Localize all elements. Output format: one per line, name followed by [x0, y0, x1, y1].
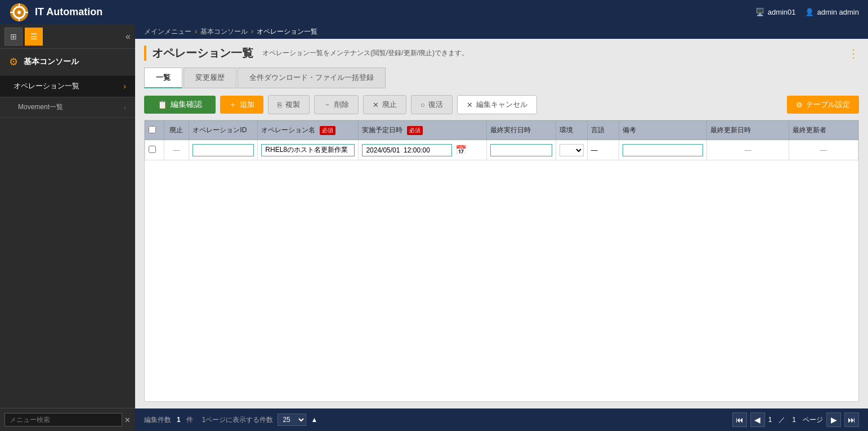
tab-history[interactable]: 変更履歴	[184, 68, 236, 88]
col-header-updated-date: 最終更新日時	[707, 121, 789, 140]
page-title-area: オペレーション一覧 オペレーション一覧をメンテナンス(閲覧/登録/更新/廃止)で…	[144, 46, 468, 61]
page-description: オペレーション一覧をメンテナンス(閲覧/登録/更新/廃止)できます。	[262, 48, 468, 58]
edit-confirm-icon: 📋	[158, 100, 167, 109]
sidebar-grid-view-button[interactable]: ⊞	[5, 28, 23, 46]
edit-count-value: 1	[177, 416, 181, 424]
breadcrumb-section: 基本コンソール	[200, 27, 248, 37]
page-header: オペレーション一覧 オペレーション一覧をメンテナンス(閲覧/登録/更新/廃止)で…	[144, 46, 859, 61]
row-updated-by-cell: —	[789, 140, 858, 160]
restore-button[interactable]: ○ 復活	[411, 95, 453, 114]
calendar-icon-button[interactable]: 📅	[453, 143, 469, 156]
sidebar-view-toggle: ⊞ ☰	[5, 28, 43, 46]
row-env-select[interactable]	[560, 144, 584, 156]
main-content: メインメニュー › 基本コンソール › オペレーション一覧 オペレーション一覧 …	[135, 24, 868, 431]
sidebar-collapse-icon[interactable]: «	[126, 32, 131, 42]
first-page-button[interactable]: ⏮	[732, 412, 747, 427]
cancel-button[interactable]: ✕ 編集キャンセル	[457, 95, 537, 114]
header-admin-user: 👤 admin admin	[805, 8, 859, 16]
col-header-name: オペレーション名 必須	[258, 121, 359, 140]
add-icon: ＋	[229, 100, 236, 110]
cancel-icon: ✕	[467, 101, 473, 109]
more-options-icon[interactable]: ⋮	[848, 47, 859, 60]
sidebar-item-operations-arrow: ›	[123, 82, 126, 91]
breadcrumb: メインメニュー › 基本コンソール › オペレーション一覧	[135, 24, 868, 39]
screen-username: admin01	[768, 8, 796, 16]
per-page-select[interactable]: 25 50 100	[278, 414, 306, 426]
breadcrumb-menu: メインメニュー	[144, 27, 191, 37]
row-date-input[interactable]	[362, 144, 452, 156]
row-lang-cell: —	[587, 140, 619, 160]
row-checkbox[interactable]	[149, 146, 156, 153]
content-area: オペレーション一覧 オペレーション一覧をメンテナンス(閲覧/登録/更新/廃止)で…	[135, 39, 868, 408]
row-lang-dash: —	[591, 146, 598, 154]
select-all-checkbox[interactable]	[149, 126, 156, 133]
sidebar-search-input[interactable]	[5, 413, 122, 426]
date-required-badge: 必須	[407, 126, 423, 135]
row-env-cell	[556, 140, 587, 160]
sidebar-item-movements[interactable]: Movement一覧 ›	[0, 97, 135, 118]
tab-list[interactable]: 一覧	[144, 68, 182, 88]
sidebar-item-movements-arrow: ›	[124, 104, 126, 111]
tab-download[interactable]: 全件ダウンロード・ファイル一括登録	[238, 68, 386, 88]
add-button[interactable]: ＋ 追加	[220, 96, 263, 114]
app-title: IT Automation	[35, 6, 102, 18]
col-header-checkbox	[145, 121, 164, 140]
sidebar-search-clear-icon[interactable]: ✕	[124, 416, 131, 424]
per-page-label: 1ページに表示する件数	[202, 415, 274, 425]
footer-per-page: 1ページに表示する件数 25 50 100 ▲	[202, 414, 318, 426]
sidebar-item-operations-label: オペレーション一覧	[14, 81, 79, 91]
sidebar-item-movements-label: Movement一覧	[18, 102, 63, 112]
gear-icon: ⚙	[9, 56, 18, 68]
app-header: IT Automation 🖥️ admin01 👤 admin admin	[0, 0, 868, 24]
delete-icon: －	[324, 100, 331, 110]
last-page-button[interactable]: ⏭	[844, 412, 859, 427]
table-settings-button[interactable]: ⚙ テーブル設定	[787, 96, 859, 114]
sidebar-search-area: ✕	[0, 408, 135, 431]
disable-button[interactable]: ✕ 廃止	[363, 95, 406, 114]
row-updated-date-cell: —	[707, 140, 789, 160]
row-date-cell: 📅	[359, 140, 486, 160]
app-logo-icon	[9, 2, 29, 23]
copy-icon: ⎘	[278, 101, 282, 109]
header-screen-user: 🖥️ admin01	[755, 8, 796, 16]
row-name-input[interactable]	[261, 144, 355, 156]
date-cell-inner: 📅	[362, 143, 482, 156]
name-required-badge: 必須	[320, 126, 335, 135]
copy-button[interactable]: ⎘ 複製	[268, 95, 310, 114]
edit-count-unit: 件	[186, 415, 193, 425]
page-info: 1 ／ 1 ページ	[768, 415, 823, 425]
edit-confirm-button[interactable]: 📋 編集確認	[144, 96, 216, 114]
footer: 編集件数 1 件 1ページに表示する件数 25 50 100 ▲ ⏮ ◀ 1 ／…	[135, 408, 868, 431]
next-page-button[interactable]: ▶	[826, 412, 841, 427]
col-header-env: 環境	[556, 121, 587, 140]
main-layout: ⊞ ☰ « ⚙ 基本コンソール オペレーション一覧 › Movement一覧 ›…	[0, 24, 868, 431]
col-header-id: オペレーションID	[189, 121, 258, 140]
col-header-updated-by: 最終更新者	[789, 121, 858, 140]
row-id-input[interactable]	[193, 144, 254, 156]
user-icon: 👤	[805, 8, 814, 16]
data-table-container: 廃止 オペレーションID オペレーション名 必須 実施予定日時	[144, 120, 859, 402]
disable-icon: ✕	[373, 101, 379, 109]
row-checkbox-cell	[145, 140, 164, 160]
col-header-last-exec: 最終実行日時	[486, 121, 556, 140]
delete-button[interactable]: － 削除	[314, 95, 359, 114]
sidebar: ⊞ ☰ « ⚙ 基本コンソール オペレーション一覧 › Movement一覧 ›…	[0, 24, 135, 431]
col-header-lang: 言語	[587, 121, 619, 140]
col-header-date: 実施予定日時 必須	[359, 121, 486, 140]
header-left: IT Automation	[9, 2, 102, 23]
sidebar-section-label: 基本コンソール	[24, 57, 79, 67]
sidebar-top: ⊞ ☰ «	[0, 24, 135, 49]
tab-bar: 一覧 変更履歴 全件ダウンロード・ファイル一括登録	[144, 68, 859, 88]
prev-page-button[interactable]: ◀	[750, 412, 765, 427]
row-last-exec-cell	[486, 140, 556, 160]
sidebar-list-view-button[interactable]: ☰	[25, 28, 43, 46]
settings-icon: ⚙	[796, 101, 803, 109]
row-note-input[interactable]	[623, 144, 704, 156]
col-header-disable: 廃止	[164, 121, 189, 140]
row-last-exec-input[interactable]	[490, 144, 552, 156]
table-header-row: 廃止 オペレーションID オペレーション名 必須 実施予定日時	[145, 121, 858, 140]
sidebar-item-operations[interactable]: オペレーション一覧 ›	[0, 75, 135, 97]
breadcrumb-page: オペレーション一覧	[257, 27, 317, 37]
footer-edit-count: 編集件数 1 件	[144, 415, 193, 425]
breadcrumb-sep1: ›	[195, 28, 197, 35]
